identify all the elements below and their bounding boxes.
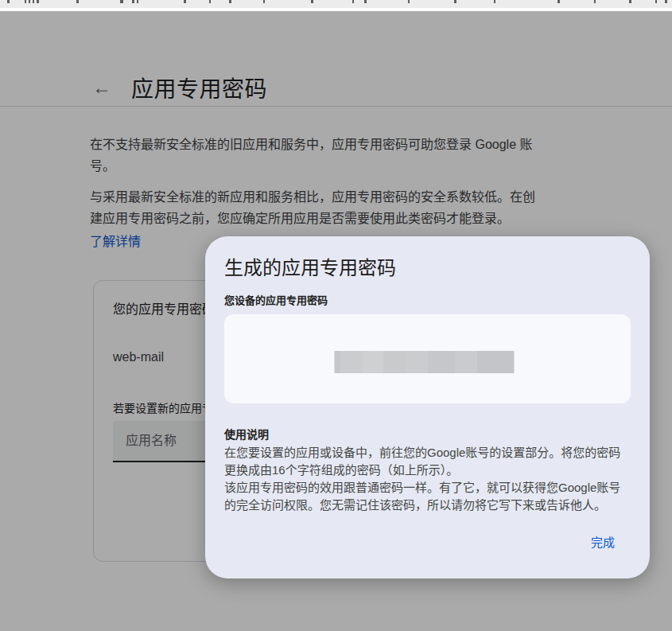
redacted-password [334,351,514,373]
instructions-paragraph-1: 在您要设置的应用或设备中，前往您的Google账号的设置部分。将您的密码更换成由… [224,444,631,479]
device-password-label: 您设备的应用专用密码 [224,294,631,308]
clipped-browser-chrome [0,0,672,8]
generated-password-dialog: 生成的应用专用密码 您设备的应用专用密码 使用说明 在您要设置的应用或设备中，前… [205,236,650,578]
dialog-title: 生成的应用专用密码 [224,255,631,281]
instructions-title: 使用说明 [224,427,631,442]
generated-password-box [224,314,631,403]
done-button[interactable]: 完成 [583,527,623,556]
instructions-paragraph-2: 该应用专用密码的效用跟普通密码一样。有了它，就可以获得您Google账号的完全访… [224,479,631,514]
